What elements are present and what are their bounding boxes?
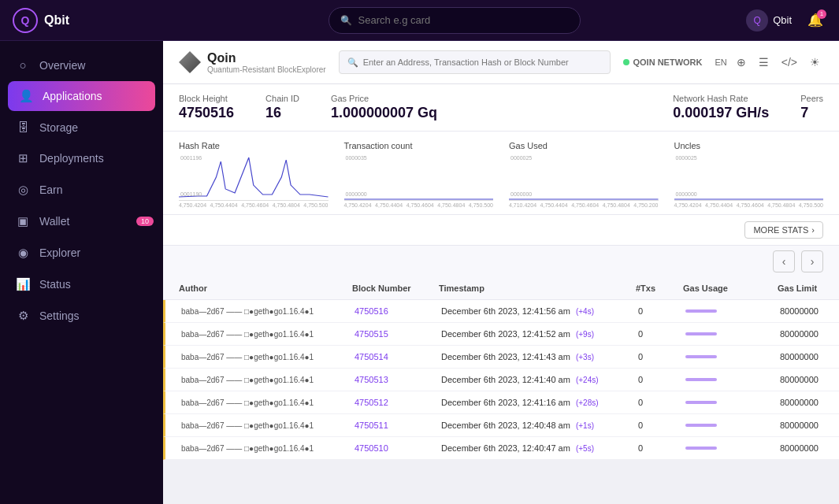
stat-gas-price: Gas Price 1.000000007 Gq (331, 94, 437, 121)
block-number-link[interactable]: 4750516 (355, 306, 388, 316)
table-row: baba—2d67 —— □●geth●go1.16.4●1 4750516 D… (163, 300, 839, 323)
sidebar-item-earn-label: Earn (39, 183, 63, 196)
cell-gas-usage (685, 378, 780, 381)
block-number-link[interactable]: 4750511 (355, 421, 388, 430)
cell-author: baba—2d67 —— □●geth●go1.16.4●1 (181, 398, 355, 407)
sidebar-item-overview-label: Overview (39, 59, 85, 72)
sidebar-item-wallet-label: Wallet (39, 215, 69, 228)
next-page-button[interactable]: › (801, 250, 823, 272)
timestamp-badge: (+9s) (576, 330, 594, 339)
wallet-badge: 10 (136, 217, 154, 226)
header-actions: EN ⊕ ☰ </> ☀ (715, 53, 823, 72)
add-network-button[interactable]: ⊕ (733, 53, 749, 72)
cell-timestamp: December 6th 2023, 12:41:16 am (+28s) (441, 398, 638, 407)
transaction-count-labels: 4,750.42044,750.44044,750.46044,750.4804… (344, 202, 494, 208)
diamond-icon (179, 51, 201, 73)
cell-timestamp: December 6th 2023, 12:41:56 am (+4s) (441, 306, 638, 316)
uncles-title: Uncles (674, 141, 824, 150)
cell-gas-usage (685, 355, 780, 358)
more-stats-label: MORE STATS (753, 225, 808, 235)
cell-gas-limit: 80000000 (780, 398, 839, 407)
timestamp-badge: (+28s) (576, 398, 599, 407)
top-nav: Q Qbit 🔍 Q Qbit 🔔 1 (0, 0, 839, 41)
explorer-search-box[interactable]: 🔍 (339, 50, 611, 74)
col-author: Author (179, 284, 352, 293)
search-icon: 🔍 (340, 15, 352, 26)
cell-timestamp: December 6th 2023, 12:40:48 am (+1s) (441, 421, 638, 430)
blocks-table: Author Block Number Timestamp #Txs Gas U… (163, 277, 839, 460)
search-box[interactable]: 🔍 (329, 7, 581, 34)
col-gas-limit: Gas Limit (778, 284, 839, 293)
cell-gas-limit: 80000000 (780, 443, 839, 453)
cell-gas-usage (685, 401, 780, 404)
cell-author: baba—2d67 —— □●geth●go1.16.4●1 (181, 353, 355, 361)
cell-gas-usage (685, 447, 780, 450)
stats-row: Block Height 4750516 Chain ID 16 Gas Pri… (163, 84, 839, 132)
sidebar-item-overview[interactable]: ○ Overview (0, 50, 163, 80)
block-number-link[interactable]: 4750510 (355, 443, 388, 453)
timestamp-badge: (+1s) (576, 421, 594, 430)
network-hash-rate-value: 0.000197 GH/s (673, 105, 769, 121)
cell-block-number: 4750510 (355, 443, 441, 453)
block-number-link[interactable]: 4750513 (355, 375, 388, 384)
wallet-icon: ▣ (16, 214, 30, 228)
sidebar-item-status[interactable]: 📊 Status (0, 269, 163, 299)
settings-icon: ⚙ (16, 309, 30, 323)
sidebar-item-explorer[interactable]: ◉ Explorer (0, 238, 163, 268)
chart-uncles: Uncles 0000025 0000000 4,750.42044,750.4… (674, 141, 824, 208)
storage-icon: 🗄 (16, 120, 30, 134)
table-row: baba—2d67 —— □●geth●go1.16.4●1 4750513 D… (163, 369, 839, 391)
cell-gas-limit: 80000000 (780, 421, 839, 430)
sidebar-item-earn[interactable]: ◎ Earn (0, 175, 163, 205)
explorer-subtitle: Quantum-Resistant BlockExplorer (207, 65, 326, 74)
col-txs: #Txs (636, 284, 683, 293)
explorer-search-icon: 🔍 (347, 57, 358, 68)
user-name: Qbit (773, 14, 792, 26)
search-input[interactable] (358, 14, 569, 26)
menu-button[interactable]: ☰ (755, 53, 772, 72)
notifications-badge: 1 (817, 9, 826, 19)
chart-transaction-count: Transaction count 0000035 0000000 4,750.… (344, 141, 494, 208)
more-stats-row: MORE STATS › (163, 215, 839, 246)
deployments-icon: ⊞ (16, 151, 30, 165)
table-row: baba—2d67 —— □●geth●go1.16.4●1 4750514 D… (163, 346, 839, 369)
sidebar-item-deployments[interactable]: ⊞ Deployments (0, 143, 163, 173)
table-row: baba—2d67 —— □●geth●go1.16.4●1 4750512 D… (163, 391, 839, 414)
uncles-labels: 4,750.42044,750.44044,750.46044,750.4804… (674, 202, 824, 208)
chart-gas-used: Gas Used 0000025 0000000 4,710.42044,750… (509, 141, 659, 208)
cell-txs: 0 (638, 443, 685, 453)
cell-txs: 0 (638, 398, 685, 407)
sidebar-item-applications[interactable]: 👤 Applications (8, 81, 155, 111)
table-header: Author Block Number Timestamp #Txs Gas U… (163, 277, 839, 300)
table-row: baba—2d67 —— □●geth●go1.16.4●1 4750510 D… (163, 437, 839, 460)
language-selector[interactable]: EN (715, 57, 726, 67)
cell-gas-limit: 80000000 (780, 306, 839, 316)
block-number-link[interactable]: 4750514 (355, 352, 388, 361)
cell-block-number: 4750514 (355, 352, 441, 361)
block-number-link[interactable]: 4750512 (355, 398, 388, 407)
sidebar-item-settings[interactable]: ⚙ Settings (0, 301, 163, 331)
cell-block-number: 4750511 (355, 421, 441, 430)
more-stats-button[interactable]: MORE STATS › (744, 221, 823, 239)
explorer-logo: Qoin Quantum-Resistant BlockExplorer (179, 51, 326, 74)
gas-used-title: Gas Used (509, 141, 659, 150)
sidebar-item-storage[interactable]: 🗄 Storage (0, 113, 163, 142)
explorer-header: Qoin Quantum-Resistant BlockExplorer 🔍 Q… (163, 41, 839, 84)
cell-block-number: 4750512 (355, 398, 441, 407)
notifications-button[interactable]: 🔔 1 (804, 9, 826, 32)
sidebar-item-wallet[interactable]: ▣ Wallet 10 (0, 206, 163, 236)
code-button[interactable]: </> (778, 53, 800, 72)
gas-used-chart-area: 0000025 0000000 (509, 154, 659, 201)
cell-block-number: 4750516 (355, 306, 441, 316)
explorer-search-input[interactable] (363, 57, 603, 67)
theme-button[interactable]: ☀ (807, 53, 823, 72)
prev-page-button[interactable]: ‹ (773, 250, 795, 272)
earn-icon: ◎ (16, 183, 30, 197)
user-button[interactable]: Q Qbit (746, 9, 792, 32)
col-timestamp: Timestamp (439, 284, 636, 293)
explorer-icon: ◉ (16, 246, 30, 260)
timestamp-badge: (+24s) (576, 376, 599, 384)
gas-price-value: 1.000000007 Gq (331, 105, 437, 121)
block-number-link[interactable]: 4750515 (355, 329, 388, 339)
gas-bar (685, 447, 717, 450)
